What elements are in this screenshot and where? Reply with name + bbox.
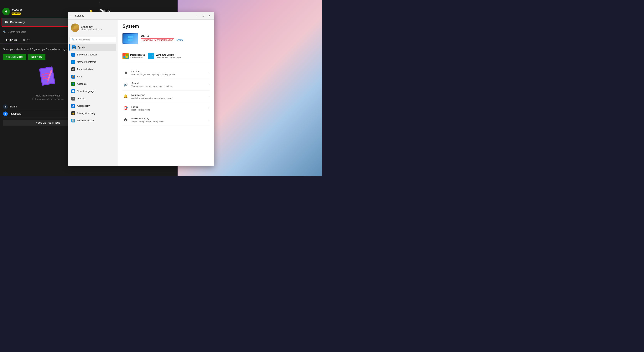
nav-gaming-label: Gaming	[77, 97, 85, 100]
device-subtitle: Parallels ARM Virtual Machine	[141, 38, 174, 42]
nav-item-time[interactable]: 🕐 Time & language	[69, 88, 116, 95]
update-icon: 🔄	[71, 118, 75, 122]
svg-rect-18	[128, 39, 130, 41]
sound-icon: 🔊	[122, 82, 129, 88]
settings-search[interactable]: 🔍	[69, 37, 116, 42]
settings-titlebar: ← Settings — □ ✕	[68, 12, 214, 20]
winupdate-title: Windows Update	[156, 54, 181, 56]
rename-link[interactable]: Rename	[175, 39, 184, 42]
nav-apps-label: Apps	[77, 75, 82, 78]
display-text: Display Monitors, brightness, night ligh…	[131, 70, 209, 76]
svg-rect-19	[130, 39, 133, 41]
display-chevron: ›	[209, 72, 210, 74]
window-controls: — □ ✕	[195, 13, 212, 18]
sound-text: Sound Volume levels, output, input, soun…	[131, 82, 209, 88]
tab-chat[interactable]: CHAT	[20, 37, 33, 43]
focus-sub: Reduce distractions	[131, 108, 209, 111]
nav-item-gaming[interactable]: 🎮 Gaming	[69, 95, 116, 102]
facebook-icon: f	[3, 112, 8, 116]
svg-point-1	[5, 20, 6, 22]
nav-item-network[interactable]: 🌐 Network & internet	[69, 58, 116, 66]
device-info: ADB7 Parallels ARM Virtual Machine Renam…	[141, 34, 210, 43]
svg-point-14	[74, 26, 76, 28]
power-icon: ⏻	[122, 117, 129, 123]
setting-row-sound[interactable]: 🔊 Sound Volume levels, output, input, so…	[122, 79, 210, 90]
notifications-text: Notifications Alerts from apps and syste…	[131, 94, 209, 99]
nav-item-apps[interactable]: 📦 Apps	[69, 73, 116, 80]
not-now-button[interactable]: NOT NOW	[28, 54, 46, 60]
back-button[interactable]: ‹	[98, 1, 100, 5]
search-icon: 🔍	[3, 30, 6, 34]
setting-row-display[interactable]: 🖥 Display Monitors, brightness, night li…	[122, 67, 210, 79]
search-placeholder: Search for people	[8, 30, 26, 33]
winupdate-icon	[148, 53, 154, 59]
svg-point-15	[73, 29, 77, 31]
svg-rect-20	[124, 54, 125, 56]
nav-item-personalization[interactable]: 🖊 Personalization	[69, 66, 116, 73]
microsoft365-title: Microsoft 365	[130, 54, 145, 56]
community-nav-label: Community	[10, 20, 25, 24]
community-nav-icon	[4, 20, 8, 24]
svg-rect-17	[130, 36, 133, 38]
user-display-name: zhaoo lee	[81, 25, 102, 28]
svg-rect-21	[126, 54, 128, 56]
search-icon: 🔍	[72, 38, 74, 41]
setting-row-focus[interactable]: 🎯 Focus Reduce distractions ›	[122, 102, 210, 114]
notifications-title: Notifications	[131, 94, 209, 96]
system-icon: 💻	[72, 46, 76, 49]
nav-time-label: Time & language	[77, 90, 94, 92]
sound-title: Sound	[131, 82, 209, 85]
quick-links: Microsoft 365 View benefits Windows Upda…	[122, 53, 210, 63]
microsoft365-sub: View benefits	[130, 56, 145, 58]
accessibility-icon: ♿	[71, 104, 75, 108]
maximize-button[interactable]: □	[201, 13, 206, 18]
power-sub: Sleep, battery usage, battery saver	[131, 120, 209, 123]
microsoft365-link[interactable]: Microsoft 365 View benefits	[122, 53, 145, 59]
system-title: System	[122, 24, 210, 29]
settings-body: zhaoo lee zhaoolee@gmail.com 🔍 💻 System …	[68, 20, 214, 166]
nav-item-system[interactable]: 💻 System	[69, 44, 116, 51]
power-chevron: ›	[209, 118, 210, 121]
nav-network-label: Network & internet	[77, 61, 96, 63]
time-icon: 🕐	[71, 89, 75, 93]
device-card: ADB7 Parallels ARM Virtual Machine Renam…	[122, 33, 210, 48]
user-profile-section[interactable]: zhaoo lee zhaoolee@gmail.com	[69, 22, 116, 35]
sound-chevron: ›	[209, 83, 210, 86]
nav-item-accessibility[interactable]: ♿ Accessibility	[69, 102, 116, 109]
bluetooth-icon: 🔵	[71, 53, 75, 56]
setting-row-notifications[interactable]: 🔔 Notifications Alerts from apps and sys…	[122, 90, 210, 102]
setting-row-power[interactable]: ⏻ Power & battery Sleep, battery usage, …	[122, 114, 210, 126]
minimize-button[interactable]: —	[195, 13, 200, 18]
nav-system-label: System	[78, 46, 85, 49]
accounts-icon: 👤	[71, 82, 75, 86]
focus-title: Focus	[131, 105, 209, 108]
nav-item-privacy[interactable]: 🔒 Privacy & security	[69, 110, 116, 117]
tab-friends[interactable]: FRIENDS	[3, 37, 20, 43]
privacy-icon: 🔒	[71, 111, 75, 115]
focus-chevron: ›	[209, 107, 210, 109]
search-bar-input[interactable]: 🔍 Search for people	[3, 30, 70, 34]
settings-back-button[interactable]: ←	[70, 14, 73, 17]
display-sub: Monitors, brightness, night light, displ…	[131, 73, 209, 76]
nav-item-update[interactable]: 🔄 Windows Update	[69, 117, 116, 124]
close-button[interactable]: ✕	[206, 13, 212, 18]
username: zhaoolee	[12, 8, 88, 11]
focus-icon: 🎯	[122, 105, 129, 111]
xbox-logo	[2, 8, 10, 16]
settings-main-content: System ADB7 Paral	[118, 20, 214, 166]
device-screen	[124, 34, 137, 43]
gaming-icon: 🎮	[71, 97, 75, 100]
power-text: Power & battery Sleep, battery usage, ba…	[131, 117, 209, 123]
tell-me-more-button[interactable]: TELL ME MORE	[3, 54, 26, 60]
apps-icon: 📦	[71, 75, 75, 78]
nav-item-accounts[interactable]: 👤 Accounts	[69, 80, 116, 88]
user-email: zhaoolee@gmail.com	[81, 28, 102, 30]
microsoft365-text: Microsoft 365 View benefits	[130, 54, 145, 58]
nav-privacy-label: Privacy & security	[77, 112, 95, 114]
notifications-sub: Alerts from apps and system, do not dist…	[131, 97, 209, 99]
settings-search-input[interactable]	[76, 38, 114, 41]
personalization-icon: 🖊	[71, 68, 75, 71]
network-icon: 🌐	[71, 60, 75, 64]
windows-update-link[interactable]: Windows Update Last checked: 4 hours ago	[148, 53, 181, 59]
nav-item-bluetooth[interactable]: 🔵 Bluetooth & devices	[69, 51, 116, 58]
